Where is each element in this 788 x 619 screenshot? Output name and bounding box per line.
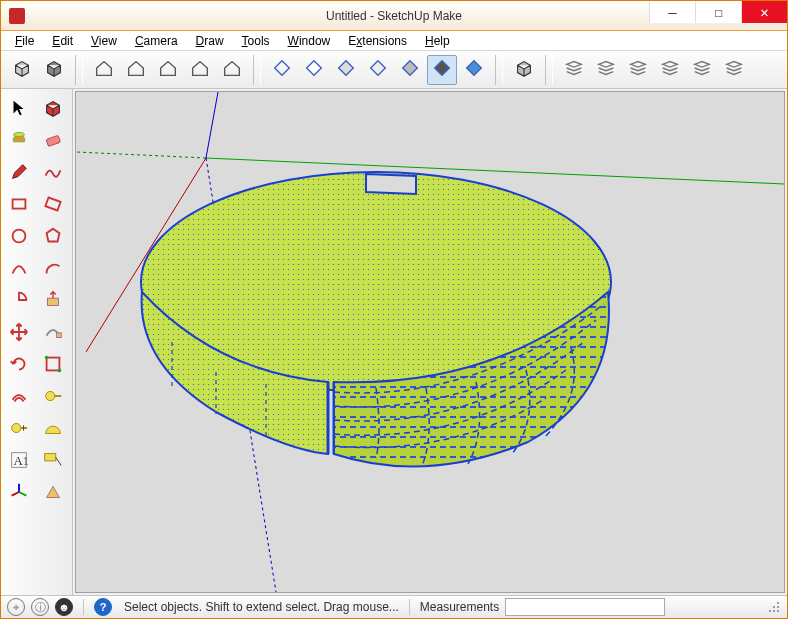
polygon-tool-button[interactable]: [37, 221, 69, 253]
protractor-tool-button[interactable]: [37, 413, 69, 445]
style-shaded-icon: [335, 57, 357, 82]
arc-tool-button[interactable]: [3, 253, 35, 285]
menu-window[interactable]: Window: [280, 32, 339, 50]
resize-grip[interactable]: [767, 600, 781, 614]
user-icon[interactable]: ☻: [55, 598, 73, 616]
text-tool-button[interactable]: A1: [3, 445, 35, 477]
separator: [409, 599, 410, 615]
layer-5-button[interactable]: [687, 55, 717, 85]
layer-2-icon: [595, 57, 617, 82]
menu-camera[interactable]: Camera: [127, 32, 186, 50]
menu-edit[interactable]: Edit: [44, 32, 81, 50]
style-hidden-button[interactable]: [299, 55, 329, 85]
model-canvas[interactable]: [76, 92, 784, 592]
svg-text:A1: A1: [14, 453, 30, 467]
section-tool-button[interactable]: [37, 477, 69, 509]
layer-2-button[interactable]: [591, 55, 621, 85]
menu-help[interactable]: Help: [417, 32, 458, 50]
layer-6-button[interactable]: [719, 55, 749, 85]
arc2-tool-button[interactable]: [37, 253, 69, 285]
menu-extensions[interactable]: Extensions: [340, 32, 415, 50]
svg-rect-15: [44, 453, 55, 460]
toolbar-separator: [253, 55, 261, 85]
model-home-button[interactable]: [89, 55, 119, 85]
component-tool-button[interactable]: [37, 93, 69, 125]
geo-icon[interactable]: ⌖: [7, 598, 25, 616]
close-button[interactable]: ✕: [741, 1, 787, 23]
line-tool-button[interactable]: [3, 157, 35, 189]
freehand-tool-button[interactable]: [37, 157, 69, 189]
style-wire-icon: [271, 57, 293, 82]
window-controls: — ☐ ✕: [649, 1, 787, 30]
move-tool-button[interactable]: [3, 317, 35, 349]
model-nav-4-button[interactable]: [217, 55, 247, 85]
text-tool-icon: A1: [8, 449, 30, 474]
layer-4-icon: [659, 57, 681, 82]
move-tool-icon: [8, 321, 30, 346]
rotate-tool-button[interactable]: [3, 349, 35, 381]
model-nav-2-icon: [157, 57, 179, 82]
followme-tool-button[interactable]: [37, 317, 69, 349]
label-tool-button[interactable]: [37, 445, 69, 477]
menu-tools[interactable]: Tools: [234, 32, 278, 50]
minimize-button[interactable]: —: [649, 1, 695, 23]
rotated-rect-tool-icon: [42, 193, 64, 218]
style-back-button[interactable]: [459, 55, 489, 85]
axis-blue: [206, 92, 218, 158]
layer-1-button[interactable]: [559, 55, 589, 85]
eraser-tool-button[interactable]: [37, 125, 69, 157]
scale-tool-icon: [42, 353, 64, 378]
svg-point-11: [45, 391, 54, 400]
menu-file[interactable]: File: [7, 32, 42, 50]
rotated-rect-tool-button[interactable]: [37, 189, 69, 221]
model-nav-1-button[interactable]: [121, 55, 151, 85]
style-wire-button[interactable]: [267, 55, 297, 85]
statusbar: ⌖ ⓘ ☻ ? Select objects. Shift to extend …: [1, 595, 787, 618]
model-nav-3-button[interactable]: [185, 55, 215, 85]
menu-view[interactable]: View: [83, 32, 125, 50]
line-tool-icon: [8, 161, 30, 186]
svg-rect-3: [45, 197, 60, 210]
rotate-tool-icon: [8, 353, 30, 378]
svg-rect-23: [777, 602, 779, 604]
paint-tool-button[interactable]: [3, 125, 35, 157]
model-nav-3-icon: [189, 57, 211, 82]
pie-tool-button[interactable]: [3, 285, 35, 317]
layer-3-button[interactable]: [623, 55, 653, 85]
layer-1-icon: [563, 57, 585, 82]
axes-tool-button[interactable]: [3, 477, 35, 509]
style-xray-icon: [431, 57, 453, 82]
dimension-tool-button[interactable]: [3, 413, 35, 445]
measurements-input[interactable]: [505, 598, 665, 616]
select-tool-button[interactable]: [3, 93, 35, 125]
style-shaded-button[interactable]: [331, 55, 361, 85]
svg-point-4: [13, 229, 26, 242]
select-tool-icon: [8, 97, 30, 122]
status-hint: Select objects. Shift to extend select. …: [124, 600, 399, 614]
credits-icon[interactable]: ⓘ: [31, 598, 49, 616]
circle-tool-button[interactable]: [3, 221, 35, 253]
maximize-button[interactable]: ☐: [695, 1, 741, 23]
pushpull-tool-button[interactable]: [37, 285, 69, 317]
help-icon[interactable]: ?: [94, 598, 112, 616]
layer-4-button[interactable]: [655, 55, 685, 85]
tape-tool-button[interactable]: [37, 381, 69, 413]
style-shaded-tex-button[interactable]: [363, 55, 393, 85]
offset-tool-button[interactable]: [3, 381, 35, 413]
make-component-button[interactable]: [7, 55, 37, 85]
scale-tool-button[interactable]: [37, 349, 69, 381]
paint-tool-icon: [8, 129, 30, 154]
style-mono-button[interactable]: [395, 55, 425, 85]
component-browser-button[interactable]: [39, 55, 69, 85]
viewport[interactable]: [75, 91, 785, 593]
scene-thumb-button[interactable]: [509, 55, 539, 85]
model-notch[interactable]: [366, 174, 416, 194]
style-xray-button[interactable]: [427, 55, 457, 85]
axes-tool-icon: [8, 481, 30, 506]
component-tool-icon: [42, 97, 64, 122]
menu-draw[interactable]: Draw: [188, 32, 232, 50]
toolbar-top: [1, 51, 787, 89]
model-nav-2-button[interactable]: [153, 55, 183, 85]
style-hidden-icon: [303, 57, 325, 82]
rectangle-tool-button[interactable]: [3, 189, 35, 221]
